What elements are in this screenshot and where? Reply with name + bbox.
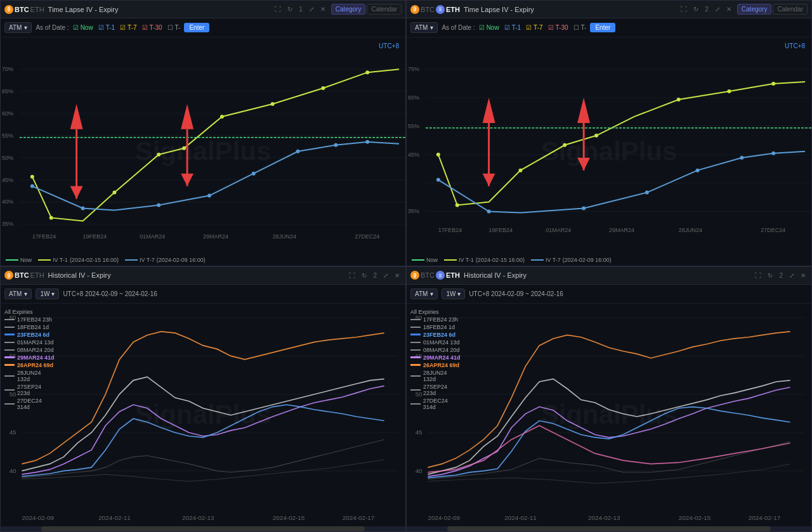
t1-checkbox-tr[interactable]: ☑T-1 [504,24,521,31]
coin-tabs-bl: ₿ BTC ETH [4,271,44,280]
chart-svg-tr: 75% 65% 55% 45% 35% 17FEB24 19FEB24 01MA… [407,37,811,266]
close-icon-tr[interactable]: ✕ [724,5,733,13]
svg-point-76 [696,169,700,172]
t1-checkbox-tl[interactable]: ☑T-1 [98,24,115,31]
chart-area-br: All Expiries 17FEB24 23h 18FEB24 1d 23FE… [407,304,811,527]
svg-text:2024-02-17: 2024-02-17 [749,514,781,521]
svg-text:28JUN24: 28JUN24 [273,233,296,240]
t30-checkbox-tl[interactable]: ☑T-30 [142,24,162,31]
svg-text:2024-02-17: 2024-02-17 [343,514,375,521]
expand-icon-bl[interactable]: ⛶ [347,271,357,280]
svg-text:01MAR24: 01MAR24 [140,233,165,240]
chart-svg-tl: 70% 65% 60% 55% 50% 45% 40% 35% 17FEB24 … [1,37,405,266]
header-controls-tr: ⛶ ↻ 2 ⤢ ✕ [679,5,733,13]
atm-dropdown-br[interactable]: ATM ▾ [410,289,438,299]
as-of-date-tl: As of Date : [36,24,69,31]
svg-marker-43 [70,186,83,199]
eth-tab-tl[interactable]: ETH [30,6,44,13]
btc-tab-bl[interactable]: BTC [15,271,29,279]
enter-button-tr[interactable]: Enter [590,23,615,32]
svg-point-36 [296,150,300,153]
calendar-btn-tl[interactable]: Calendar [367,4,402,15]
svg-text:40%: 40% [2,198,13,205]
btc-tab-tr[interactable]: BTC [421,6,435,13]
timeframe-btn-br[interactable]: 1W ▾ [442,289,465,299]
calendar-btn-tr[interactable]: Calendar [773,4,808,15]
top-right-panel: ₿ BTC Ξ ETH Time Lapse IV - Expiry ⛶ ↻ 2… [406,0,812,266]
fullscreen-icon-tl[interactable]: ⤢ [307,5,316,13]
refresh-icon-bl[interactable]: ↻ [360,271,369,280]
svg-marker-85 [577,158,590,171]
svg-point-31 [30,185,34,188]
num-icon-bl[interactable]: 2 [371,271,379,280]
atm-dropdown-tl[interactable]: ATM ▾ [4,22,32,33]
num-icon-br[interactable]: 2 [777,271,785,280]
svg-marker-80 [483,98,495,123]
svg-text:29MAR24: 29MAR24 [609,227,634,233]
now-checkbox-tl[interactable]: ☑Now [73,24,93,31]
t-checkbox-tl[interactable]: ☐T- [167,24,181,31]
close-icon-br[interactable]: ✕ [799,271,808,280]
t30-checkbox-tr[interactable]: ☑T-30 [548,24,568,31]
timeframe-btn-bl[interactable]: 1W ▾ [36,289,59,299]
svg-point-34 [207,194,211,198]
eth-tab-bl[interactable]: ETH [30,271,44,279]
top-left-panel: ₿ BTC ETH Time Lapse IV - Expiry ⛶ ↻ 1 ⤢… [0,0,406,266]
svg-text:45: 45 [416,429,422,436]
refresh-icon-br[interactable]: ↻ [766,271,775,280]
close-icon-tl[interactable]: ✕ [318,5,327,13]
svg-text:55: 55 [10,352,16,359]
svg-text:45%: 45% [2,177,13,183]
svg-text:50%: 50% [2,155,13,161]
expand-icon-tl[interactable]: ⛶ [273,5,283,13]
now-checkbox-tr[interactable]: ☑Now [479,24,499,31]
expand-icon-br[interactable]: ⛶ [753,271,763,280]
atm-dropdown-tr[interactable]: ATM ▾ [410,22,438,33]
utc-label-tr: UTC+8 [785,42,805,49]
eth-tab-tr[interactable]: ETH [446,6,460,13]
num-icon-tr[interactable]: 2 [703,5,710,13]
svg-text:19FEB24: 19FEB24 [489,227,513,233]
fullscreen-icon-bl[interactable]: ⤢ [381,271,390,280]
scrollbar-bl[interactable] [1,526,405,531]
svg-point-72 [436,178,440,182]
refresh-icon-tl[interactable]: ↻ [285,5,294,13]
expand-icon-tr[interactable]: ⛶ [679,5,689,13]
t7-checkbox-tr[interactable]: ☑T-7 [526,24,542,31]
t7-checkbox-tl[interactable]: ☑T-7 [120,24,136,31]
enter-button-tl[interactable]: Enter [184,23,209,32]
svg-point-77 [740,156,743,160]
btc-tab-br[interactable]: BTC [421,271,435,279]
svg-point-75 [645,191,649,195]
svg-text:2024-02-11: 2024-02-11 [504,514,537,521]
bottom-right-toolbar: ATM ▾ 1W ▾ UTC+8 2024-02-09 ~ 2024-02-16 [407,285,811,304]
svg-text:40: 40 [10,467,16,474]
fullscreen-icon-br[interactable]: ⤢ [787,271,796,280]
svg-text:2024-02-13: 2024-02-13 [588,514,620,521]
atm-dropdown-bl[interactable]: ATM ▾ [4,289,32,299]
top-left-toolbar: ATM ▾ As of Date : ☑Now ☑T-1 ☑T-7 ☑T-30 … [1,18,405,37]
category-btn-tl[interactable]: Category [331,4,366,15]
fullscreen-icon-tr[interactable]: ⤢ [713,5,722,13]
scrollbar-br[interactable] [407,526,811,531]
t-checkbox-tr[interactable]: ☐T- [573,24,587,31]
eth-tab-br[interactable]: ETH [446,271,460,279]
svg-text:2024-02-09: 2024-02-09 [22,514,54,521]
svg-text:19FEB24: 19FEB24 [83,233,107,240]
bottom-left-panel: ₿ BTC ETH Historical IV - Expiry ⛶ ↻ 2 ⤢… [0,266,406,533]
utc-label-tl: UTC+8 [379,42,399,49]
header-controls-tl: ⛶ ↻ 1 ⤢ ✕ [273,5,327,13]
svg-point-25 [157,153,160,157]
num-icon-tl[interactable]: 1 [297,5,304,13]
svg-text:70%: 70% [2,66,13,72]
svg-point-66 [518,169,522,172]
svg-point-23 [49,216,53,219]
panel-title-tr: Time Lapse IV - Expiry [464,6,675,13]
coin-tabs-tl: ₿ BTC ETH [4,5,44,14]
btc-tab-tl[interactable]: BTC [15,6,29,13]
chart-svg-bl: 60 55 50 45 40 2024-02-09 2024-02-11 202… [1,304,405,527]
close-icon-bl[interactable]: ✕ [393,271,402,280]
category-btn-tr[interactable]: Category [737,4,772,15]
refresh-icon-tr[interactable]: ↻ [691,5,700,13]
eth-icon-br: Ξ [436,271,445,280]
